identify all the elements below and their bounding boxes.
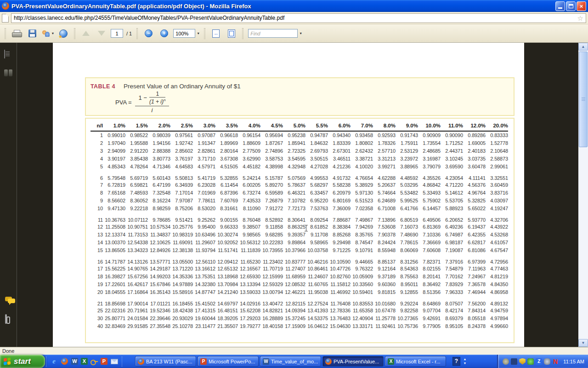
attachments-paperclip-icon[interactable] bbox=[5, 314, 7, 324]
value-cell: 10.83553 bbox=[351, 296, 373, 306]
taskbar-task-0[interactable]: BA 213 W11 (Pasc... bbox=[135, 356, 196, 367]
value-cell: 2.77509 bbox=[238, 147, 260, 155]
value-cell: 4.11141 bbox=[463, 170, 486, 181]
value-cell: 7.65168 bbox=[103, 189, 125, 196]
save-button[interactable] bbox=[25, 27, 39, 40]
tray-app-icon[interactable] bbox=[527, 358, 534, 365]
print-button[interactable] bbox=[10, 27, 23, 40]
period-cell: 10 bbox=[90, 204, 103, 212]
url-input[interactable]: http://classes.lanecc.edu/file.php/24555… bbox=[11, 13, 586, 23]
value-cell: 8.35765 bbox=[351, 230, 373, 238]
value-cell: 18.40158 bbox=[260, 322, 283, 330]
close-icon: × bbox=[580, 3, 583, 9]
value-cell: 4.45182 bbox=[238, 162, 260, 170]
value-cell: 0.94787 bbox=[305, 131, 328, 139]
value-cell: 11.34837 bbox=[148, 230, 170, 238]
value-cell: 8.95105 bbox=[441, 322, 463, 330]
value-cell: 4.81219 bbox=[486, 272, 508, 280]
value-cell: 17.22601 bbox=[103, 280, 125, 288]
value-cell: 14.02916 bbox=[238, 296, 260, 306]
vertical-scrollbar[interactable]: ▲ ▼ bbox=[578, 43, 588, 347]
value-cell: 4.32706 bbox=[486, 212, 508, 223]
zoom-out-button[interactable]: − bbox=[141, 27, 155, 40]
people-icon bbox=[41, 30, 51, 37]
bookmark-star-icon[interactable]: ☆ bbox=[577, 15, 583, 22]
value-cell: 21.35507 bbox=[215, 322, 238, 330]
previous-page-button[interactable] bbox=[79, 27, 93, 40]
shield-icon[interactable] bbox=[519, 358, 526, 365]
value-cell: 2.62432 bbox=[351, 147, 373, 155]
value-cell: 11.65230 bbox=[238, 254, 260, 264]
value-cell: 1.92742 bbox=[170, 139, 193, 147]
excel-icon[interactable]: X bbox=[81, 358, 88, 365]
volume-icon[interactable] bbox=[544, 358, 550, 365]
column-header: 12.0% bbox=[463, 121, 486, 131]
collaborate-button[interactable]: ▼ bbox=[41, 27, 55, 40]
value-cell: 6.49506 bbox=[418, 212, 441, 223]
value-cell: 10.73955 bbox=[260, 246, 283, 254]
value-cell: 6.62817 bbox=[463, 238, 486, 246]
value-cell: 8.55948 bbox=[373, 246, 396, 254]
toolbar-chevron-button[interactable]: ▲▼ bbox=[462, 357, 468, 366]
firefox-window-icon bbox=[2, 2, 9, 10]
value-cell: 4.89132 bbox=[486, 296, 508, 306]
zoom-level-select[interactable]: 100% bbox=[173, 29, 195, 38]
zoom-dropdown-caret[interactable]: ▼ bbox=[195, 29, 201, 38]
fit-page-icon bbox=[228, 29, 235, 38]
taskbar-task-3[interactable]: PVA-PresentValue... bbox=[322, 356, 384, 367]
firefox-icon[interactable] bbox=[61, 357, 68, 365]
key-icon[interactable] bbox=[90, 358, 98, 365]
tray-z-icon[interactable]: Z bbox=[536, 358, 542, 365]
find-input[interactable]: Find bbox=[248, 29, 298, 38]
value-cell: 12.08532 bbox=[283, 280, 305, 288]
restore-button[interactable] bbox=[566, 1, 576, 11]
value-cell: 7.56200 bbox=[463, 296, 486, 306]
taskbar-task-1[interactable]: PMicrosoft PowerPo... bbox=[198, 356, 259, 367]
outlook-mail-icon[interactable] bbox=[110, 357, 118, 365]
value-cell: 5.03295 bbox=[396, 181, 418, 189]
language-bar-button[interactable]: ? bbox=[452, 357, 460, 366]
close-button[interactable]: × bbox=[577, 1, 586, 11]
powerpoint-icon[interactable]: P bbox=[101, 358, 107, 365]
value-cell: 1.97040 bbox=[103, 139, 125, 147]
value-cell: 9.44665 bbox=[351, 254, 373, 264]
value-cell: 11.76408 bbox=[328, 296, 351, 306]
find-dropdown-caret[interactable]: ▼ bbox=[298, 29, 304, 38]
value-cell: 10.82760 bbox=[328, 272, 351, 280]
start-button[interactable]: start bbox=[0, 355, 45, 368]
value-cell: 7.78611 bbox=[193, 196, 215, 204]
scrollbar-thumb[interactable] bbox=[579, 52, 588, 147]
norton-icon[interactable]: N bbox=[552, 358, 559, 365]
scroll-up-button[interactable]: ▲ bbox=[578, 43, 588, 51]
tray-app-icon[interactable] bbox=[503, 358, 509, 365]
taskbar-task-4[interactable]: XMicrosoft Excel - r... bbox=[385, 356, 446, 367]
taskbar-task-2[interactable]: WTime_value_of_mo... bbox=[260, 356, 321, 367]
value-cell: 0.95694 bbox=[260, 131, 283, 139]
internet-explorer-icon[interactable]: e bbox=[50, 357, 58, 365]
value-cell: 7.60769 bbox=[215, 196, 238, 204]
value-cell: 8.98259 bbox=[148, 204, 170, 212]
tray-app-icon[interactable] bbox=[511, 358, 517, 365]
value-cell: 8.16224 bbox=[148, 196, 170, 204]
fit-width-button[interactable]: ↔ bbox=[209, 27, 223, 40]
page-number-input[interactable]: 1 bbox=[111, 29, 123, 38]
tray-icons: ZN bbox=[503, 358, 559, 365]
zoom-in-button[interactable]: + bbox=[157, 27, 171, 40]
value-cell: 7.32548 bbox=[148, 189, 170, 196]
minimize-button[interactable] bbox=[555, 1, 565, 11]
value-cell: 8.36492 bbox=[418, 280, 441, 288]
value-cell: 17.29203 bbox=[238, 314, 260, 322]
search-binoculars-icon[interactable] bbox=[4, 69, 13, 76]
value-cell: 6.72819 bbox=[103, 181, 125, 189]
value-cell: 19.60044 bbox=[193, 314, 215, 322]
next-page-button[interactable] bbox=[95, 27, 108, 40]
scroll-down-button[interactable]: ▼ bbox=[578, 339, 588, 347]
value-cell: 14.97889 bbox=[170, 280, 193, 288]
pages-panel-icon[interactable] bbox=[4, 50, 5, 58]
value-cell: 14.21240 bbox=[215, 288, 238, 296]
value-cell: 7.70162 bbox=[441, 272, 463, 280]
value-cell: 19.79277 bbox=[238, 322, 260, 330]
fit-page-button[interactable] bbox=[225, 27, 238, 40]
web-button[interactable] bbox=[57, 27, 70, 40]
word-icon[interactable]: W bbox=[71, 358, 78, 365]
